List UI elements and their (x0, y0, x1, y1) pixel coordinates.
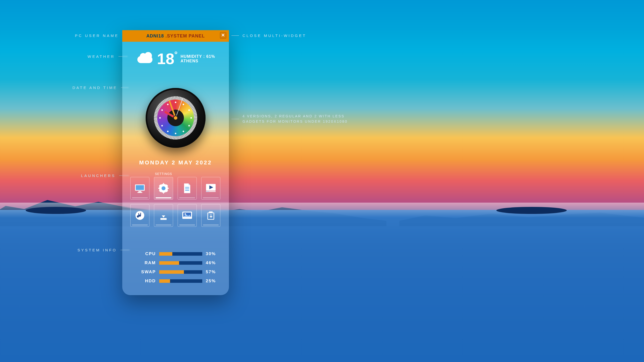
launcher-recycle[interactable] (201, 204, 220, 227)
document-icon (181, 183, 193, 194)
launcher-music[interactable] (130, 204, 149, 227)
callout-sysinfo: SYSTEM INFO (77, 248, 130, 252)
launcher-downloads[interactable] (154, 204, 173, 227)
svg-rect-27 (208, 213, 214, 219)
analog-clock: /*ticks injected below by generic script… (146, 88, 206, 148)
sys-row-ram: RAM 46% (137, 260, 216, 265)
svg-rect-3 (137, 192, 142, 193)
play-icon (205, 183, 217, 194)
user-name: ADNI18 (146, 33, 164, 39)
svg-rect-20 (206, 191, 209, 192)
callout-versions: 4 VERSIONS, 2 REGULAR AND 2 WITH LESS GA… (231, 114, 352, 124)
svg-rect-16 (185, 190, 189, 191)
weather-block: 18° HUMIDITY : 61% ATHENS (137, 50, 215, 68)
svg-point-25 (184, 213, 186, 215)
system-panel-widget: ADNI18 .SYSTEM PANEL ✕ 18° HUMIDITY : 61… (122, 30, 229, 295)
date-text: MONDAY 2 MAY 2022 (122, 159, 229, 166)
temperature: 18° (157, 50, 178, 68)
svg-rect-28 (209, 211, 213, 213)
weather-city: ATHENS (181, 59, 215, 63)
svg-rect-14 (185, 187, 189, 188)
launcher-computer[interactable] (130, 177, 149, 200)
callout-weather: WEATHER (88, 54, 128, 59)
svg-rect-6 (163, 183, 164, 185)
sys-row-swap: SWAP 57% (137, 269, 216, 275)
callout-launchers: LAUNCHERS (81, 173, 129, 178)
panel-label: .SYSTEM PANEL (166, 33, 205, 39)
pictures-icon (181, 210, 193, 221)
callout-datetime: DATE AND TIME (72, 85, 129, 90)
launcher-grid: SETTINGS (130, 177, 221, 227)
sys-row-cpu: CPU 30% (137, 251, 216, 256)
system-info: CPU 30% RAM 46% SWAP 57% HDD 25% (137, 251, 216, 288)
svg-point-5 (162, 186, 166, 190)
recycle-icon (205, 210, 217, 221)
svg-rect-2 (138, 191, 141, 192)
sea (0, 210, 644, 362)
launcher-videos[interactable] (201, 177, 220, 200)
svg-rect-15 (185, 189, 189, 189)
launcher-pictures[interactable] (178, 204, 197, 227)
svg-rect-1 (136, 185, 144, 190)
gear-icon (158, 183, 169, 194)
svg-rect-7 (163, 191, 164, 194)
titlebar[interactable]: ADNI18 .SYSTEM PANEL ✕ (122, 30, 229, 42)
svg-rect-22 (160, 218, 167, 220)
island-right (496, 207, 567, 214)
sys-row-hdd: HDD 25% (137, 279, 216, 284)
launcher-settings[interactable]: SETTINGS (154, 177, 173, 200)
launcher-documents[interactable] (178, 177, 197, 200)
weather-icon (137, 53, 154, 65)
close-button[interactable]: ✕ (220, 32, 226, 39)
music-icon (134, 210, 146, 221)
humidity: HUMIDITY : 61% (181, 54, 215, 59)
launcher-tooltip: SETTINGS (154, 172, 173, 176)
svg-rect-8 (158, 188, 160, 189)
monitor-icon (134, 183, 146, 194)
download-icon (158, 210, 169, 221)
callout-close: CLOSE MULTI-WIDGET (231, 33, 306, 38)
svg-rect-9 (167, 188, 169, 189)
